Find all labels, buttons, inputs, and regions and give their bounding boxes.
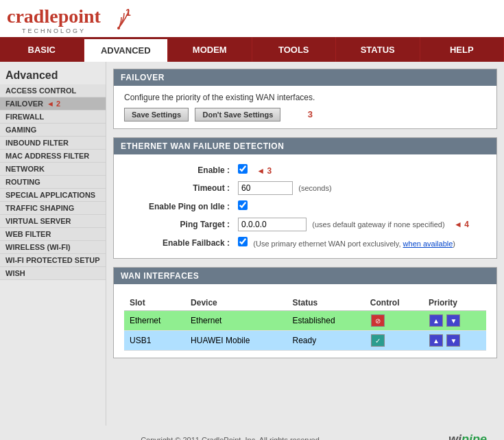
annotation-arrow: ◄ 3	[256, 166, 272, 176]
dont-save-settings-button[interactable]: Don't Save Settings	[195, 108, 280, 121]
footer-copyright: Copyright © 2011 CradlePoint, Inc. All r…	[141, 436, 322, 441]
priority-down-usb1[interactable]: ▼	[446, 334, 460, 347]
nav-basic[interactable]: BASIC	[0, 37, 84, 62]
ping-idle-label: Enable Ping on Idle :	[124, 198, 234, 215]
timeout-unit: (seconds)	[298, 184, 331, 192]
wan-device-ethernet: Ethernet	[185, 311, 287, 331]
col-device: Device	[185, 295, 287, 311]
wan-interfaces-body: Slot Device Status Control Priority Ethe…	[114, 284, 496, 358]
col-priority: Priority	[423, 295, 486, 311]
sidebar-item-inbound-filter[interactable]: INBOUND FILTER	[0, 137, 106, 150]
wan-interfaces-section: WAN INTERFACES Slot Device Status Contro…	[113, 267, 497, 358]
sidebar-item-web-filter[interactable]: WEB FILTER	[0, 228, 106, 241]
wan-device-usb1: HUAWEI Mobile	[185, 331, 287, 351]
logo-brand: cradlepoint	[7, 5, 101, 27]
sidebar-item-traffic-shaping[interactable]: TRAFFIC SHAPING	[0, 202, 106, 215]
wan-interfaces-header: WAN INTERFACES	[114, 268, 496, 284]
logo: cradlepoint TECHNOLOGY	[7, 5, 101, 34]
priority-down-ethernet[interactable]: ▼	[446, 314, 460, 327]
navbar: BASIC ADVANCED MODEM TOOLS STATUS HELP	[0, 37, 504, 62]
wan-slot-usb1: USB1	[124, 331, 185, 351]
col-control: Control	[365, 295, 423, 311]
wipipe-logo: wipipe.	[448, 432, 490, 440]
ping-target-label: Ping Target :	[124, 215, 234, 234]
nav-modem[interactable]: MODEM	[168, 37, 252, 62]
failback-note: (Use primary ethernet WAN port exclusive…	[253, 240, 455, 248]
failover-body: Configure the priority of the existing W…	[114, 86, 496, 128]
failover-header: FAILOVER	[114, 69, 496, 86]
col-status: Status	[287, 295, 365, 311]
signal-icon: 1	[105, 8, 132, 34]
sidebar-item-gaming[interactable]: GAMING	[0, 124, 106, 137]
ping-target-cell: (uses default gateway if none specified)…	[234, 215, 486, 234]
wan-control-usb1: ✓	[365, 331, 423, 351]
nav-help[interactable]: HELP	[420, 37, 505, 62]
svg-point-0	[117, 27, 120, 30]
enable-label: Enable :	[124, 161, 234, 178]
sidebar-item-virtual-server[interactable]: VIRTUAL SERVER	[0, 215, 106, 228]
nav-advanced[interactable]: ADVANCED	[84, 37, 169, 62]
header: cradlepoint TECHNOLOGY 1	[0, 0, 504, 37]
sidebar-item-network[interactable]: NETWORK	[0, 163, 106, 176]
enable-checkbox[interactable]	[238, 164, 248, 174]
col-slot: Slot	[124, 295, 185, 311]
sidebar-item-wireless-wifi[interactable]: WIRELESS (WI-FI)	[0, 241, 106, 254]
sidebar-item-failover[interactable]: FAILOVER ◄ 2	[0, 97, 106, 111]
ping-idle-cell	[234, 198, 486, 215]
wan-interfaces-table: Slot Device Status Control Priority Ethe…	[124, 295, 486, 351]
sidebar-item-routing[interactable]: ROUTING	[0, 176, 106, 189]
ping-target-note: (uses default gateway if none specified)	[312, 220, 444, 229]
sidebar-item-firewall[interactable]: FIREWALL	[0, 111, 106, 124]
annotation-4: ◄ 4	[454, 220, 469, 229]
nav-status[interactable]: STATUS	[336, 37, 420, 62]
footer: Copyright © 2011 CradlePoint, Inc. All r…	[0, 426, 504, 440]
sidebar-item-special-applications[interactable]: SPECIAL APPLICATIONS	[0, 189, 106, 202]
main-panel: FAILOVER Configure the priority of the e…	[106, 62, 504, 426]
sidebar-title: Advanced	[0, 65, 106, 84]
failback-checkbox[interactable]	[238, 237, 248, 246]
nav-tools[interactable]: TOOLS	[252, 37, 337, 62]
ethernet-wan-section: ETHERNET WAN FAILURE DETECTION Enable : …	[113, 137, 497, 259]
content-area: Advanced ACCESS CONTROL FAILOVER ◄ 2 FIR…	[0, 62, 504, 426]
timeout-cell: (seconds)	[234, 178, 486, 198]
failback-link[interactable]: when available	[403, 240, 453, 248]
ethernet-wan-header: ETHERNET WAN FAILURE DETECTION	[114, 138, 496, 154]
control-enable-usb1[interactable]: ✓	[371, 334, 385, 347]
save-settings-button[interactable]: Save Settings	[124, 108, 189, 121]
wan-row-usb1: USB1 HUAWEI Mobile Ready ✓ ▲ ▼	[124, 331, 486, 351]
failback-label: Enable Failback :	[124, 234, 234, 251]
wan-row-ethernet: Ethernet Ethernet Established ⊘ ▲ ▼	[124, 311, 486, 331]
ping-idle-checkbox[interactable]	[238, 200, 248, 210]
sidebar-item-wish[interactable]: WISH	[0, 267, 106, 280]
priority-up-ethernet[interactable]: ▲	[429, 314, 443, 327]
wan-status-ethernet: Established	[287, 311, 365, 331]
enable-cell: ◄ 3	[234, 161, 486, 178]
wan-slot-ethernet: Ethernet	[124, 311, 185, 331]
ping-target-input[interactable]	[238, 218, 307, 231]
sidebar-item-access-control[interactable]: ACCESS CONTROL	[0, 84, 106, 97]
failover-section: FAILOVER Configure the priority of the e…	[113, 69, 497, 129]
ethernet-wan-form: Enable : ◄ 3 Timeout : (seconds)	[124, 161, 486, 251]
priority-up-usb1[interactable]: ▲	[429, 334, 443, 347]
timeout-label: Timeout :	[124, 178, 234, 198]
ethernet-wan-body: Enable : ◄ 3 Timeout : (seconds)	[114, 154, 496, 258]
sidebar-item-mac-address-filter[interactable]: MAC ADDRESS FILTER	[0, 150, 106, 163]
wan-control-ethernet: ⊘	[365, 311, 423, 331]
wan-status-usb1: Ready	[287, 331, 365, 351]
svg-text:1: 1	[125, 8, 131, 18]
failover-description: Configure the priority of the existing W…	[124, 93, 486, 102]
failback-cell: (Use primary ethernet WAN port exclusive…	[234, 234, 486, 251]
annotation-3: 3	[308, 109, 313, 119]
timeout-input[interactable]	[238, 181, 293, 195]
wan-priority-usb1: ▲ ▼	[423, 331, 486, 351]
failover-arrow: ◄ 2	[47, 100, 60, 108]
logo-tech: TECHNOLOGY	[7, 27, 101, 34]
control-disable-ethernet[interactable]: ⊘	[371, 314, 385, 327]
sidebar: Advanced ACCESS CONTROL FAILOVER ◄ 2 FIR…	[0, 62, 106, 426]
sidebar-item-wifi-protected-setup[interactable]: WI-FI PROTECTED SETUP	[0, 254, 106, 267]
wan-priority-ethernet: ▲ ▼	[423, 311, 486, 331]
